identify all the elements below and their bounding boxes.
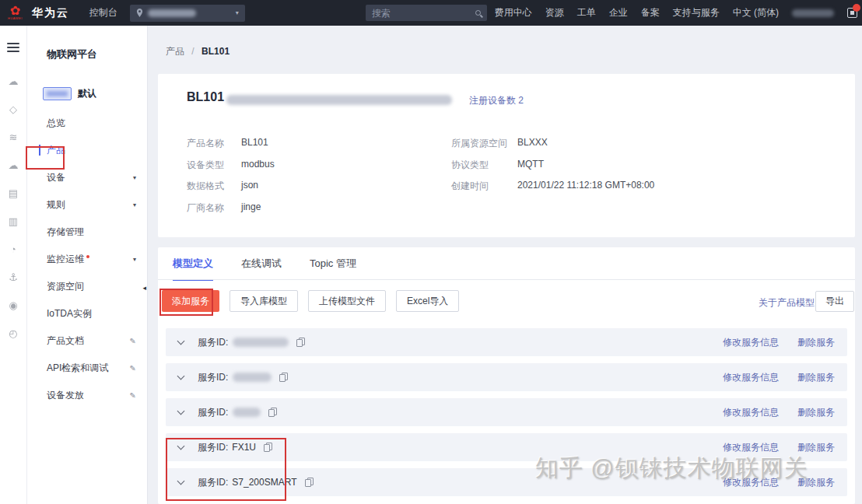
delete-service-link[interactable]: 删除服务 — [797, 336, 835, 349]
nav-billing[interactable]: 费用中心 — [495, 6, 532, 19]
instance-selector[interactable]: 默认 — [43, 87, 147, 100]
new-feature-dot — [86, 255, 89, 258]
sidebar-title: 物联网平台 — [47, 47, 147, 61]
copy-icon[interactable] — [296, 338, 305, 347]
about-product-model-link[interactable]: 关于产品模型 — [759, 296, 815, 310]
external-link-icon: ✎ — [130, 364, 136, 373]
nav-tickets[interactable]: 工单 — [577, 6, 596, 19]
export-button[interactable]: 导出 — [815, 291, 854, 312]
breadcrumb-separator: / — [191, 46, 194, 57]
huawei-cloud-logo[interactable]: ✿ HUAWEI 华为云 — [8, 5, 69, 20]
sidebar-item-monitoring[interactable]: 监控运维 ▾ — [27, 246, 147, 273]
upload-model-file-button[interactable]: 上传模型文件 — [308, 290, 386, 312]
nav-support[interactable]: 支持与服务 — [673, 6, 720, 19]
rail-anchor-icon[interactable]: ⚓ — [9, 271, 18, 283]
brand-name: 华为云 — [32, 6, 69, 20]
sidebar-item-products[interactable]: 产品 — [27, 137, 147, 164]
rail-compass-icon[interactable]: ◴ — [9, 327, 17, 339]
region-name-redacted — [148, 9, 196, 17]
copy-icon[interactable] — [305, 478, 314, 487]
sidebar-item-label: 设备 — [47, 171, 65, 184]
sidebar-collapse-icon[interactable]: ◂ — [142, 284, 146, 292]
rail-clock-icon[interactable]: ◔ — [10, 243, 16, 255]
field-value: json — [241, 180, 258, 191]
sidebar-item-label: 产品 — [47, 144, 65, 157]
field-label: 协议类型 — [451, 159, 489, 172]
service-id-value: S7_200SMART — [232, 477, 296, 488]
delete-service-link[interactable]: 删除服务 — [797, 441, 835, 454]
selected-indicator — [39, 145, 40, 156]
service-id-value: FX1U — [232, 442, 256, 453]
edit-service-link[interactable]: 修改服务信息 — [723, 406, 779, 419]
nav-language[interactable]: 中文 (简体) — [733, 6, 779, 19]
notification-badge — [853, 4, 860, 12]
console-link[interactable]: 控制台 — [89, 6, 117, 19]
rail-diamond-icon[interactable]: ◇ — [9, 103, 17, 115]
nav-resources[interactable]: 资源 — [545, 6, 564, 19]
tab-topic-management[interactable]: Topic 管理 — [310, 257, 356, 281]
instance-name: 默认 — [78, 87, 96, 100]
tab-online-debug[interactable]: 在线调试 — [241, 257, 282, 281]
delete-service-link[interactable]: 删除服务 — [797, 371, 835, 384]
service-id-label: 服务ID: — [198, 336, 228, 349]
rail-doc2-icon[interactable]: ▥ — [9, 215, 18, 227]
service-id-redacted — [233, 408, 261, 417]
sidebar: 物联网平台 默认 总览 产品 设备 ▾ 规则 ▾ 存储管理 — [27, 26, 148, 504]
sidebar-item-api-explorer[interactable]: API检索和调试 ✎ — [27, 355, 147, 382]
rail-wave-icon[interactable]: ≋ — [9, 131, 18, 143]
tab-bar: 模型定义 在线调试 Topic 管理 — [173, 257, 356, 281]
expand-chevron-icon[interactable] — [177, 337, 185, 345]
expand-chevron-icon[interactable] — [177, 372, 185, 380]
region-selector[interactable]: ▾ — [130, 5, 245, 22]
expand-chevron-icon[interactable] — [177, 442, 185, 450]
product-summary-card: BL101 注册设备数 2 产品名称 BL101 设备类型 modbus 数据格… — [158, 74, 855, 237]
breadcrumb-products[interactable]: 产品 — [166, 46, 184, 57]
sidebar-item-storage[interactable]: 存储管理 — [27, 219, 147, 246]
edit-service-link[interactable]: 修改服务信息 — [723, 336, 779, 349]
tab-model-definition[interactable]: 模型定义 — [173, 257, 213, 281]
rail-target-icon[interactable]: ◉ — [9, 299, 17, 311]
nav-enterprise[interactable]: 企业 — [609, 6, 628, 19]
copy-icon[interactable] — [279, 373, 288, 382]
copy-icon[interactable] — [268, 408, 277, 417]
sidebar-item-label: API检索和调试 — [47, 362, 108, 375]
expand-chevron-icon[interactable] — [177, 477, 185, 485]
location-pin-icon — [136, 9, 143, 17]
field-label: 数据格式 — [187, 180, 224, 193]
huawei-flower-icon: ✿ — [10, 5, 20, 16]
search-input[interactable] — [372, 8, 475, 19]
import-library-model-button[interactable]: 导入库模型 — [230, 290, 298, 312]
service-id-redacted — [233, 338, 289, 347]
rail-cloud-icon[interactable]: ☁ — [9, 75, 19, 87]
service-id-label: 服务ID: — [198, 371, 228, 384]
search-icon — [475, 10, 481, 16]
nav-icp[interactable]: 备案 — [641, 6, 660, 19]
global-search[interactable] — [366, 5, 487, 21]
breadcrumb-current: BL101 — [201, 46, 230, 57]
edit-service-link[interactable]: 修改服务信息 — [723, 371, 779, 384]
sidebar-item-iotda-instances[interactable]: IoTDA实例 — [27, 300, 147, 327]
sidebar-item-label: 设备发放 — [47, 389, 84, 402]
sidebar-item-docs[interactable]: 产品文档 ✎ — [27, 327, 147, 355]
menu-hamburger-icon[interactable] — [7, 43, 19, 52]
console-icon[interactable] — [847, 8, 857, 18]
rail-doc-icon[interactable]: ▤ — [9, 187, 18, 199]
rail-cloud2-icon[interactable]: ☁ — [9, 159, 19, 171]
registered-devices-link[interactable]: 注册设备数 2 — [469, 94, 524, 107]
add-service-button[interactable]: 添加服务 — [162, 290, 219, 312]
sidebar-item-label: 资源空间 — [47, 280, 84, 293]
copy-icon[interactable] — [264, 443, 272, 452]
delete-service-link[interactable]: 删除服务 — [797, 406, 835, 419]
excel-import-button[interactable]: Excel导入 — [396, 290, 459, 312]
username-redacted[interactable] — [792, 9, 834, 17]
expand-chevron-icon[interactable] — [177, 407, 185, 415]
icon-rail: ☁ ◇ ≋ ☁ ▤ ▥ ◔ ⚓ ◉ ◴ — [0, 26, 27, 504]
sidebar-item-device-provisioning[interactable]: 设备发放 ✎ — [27, 382, 147, 409]
sidebar-item-rules[interactable]: 规则 ▾ — [27, 191, 147, 219]
sidebar-item-overview[interactable]: 总览 — [27, 110, 147, 137]
sidebar-item-devices[interactable]: 设备 ▾ — [27, 164, 147, 191]
sidebar-item-resource-spaces[interactable]: 资源空间 — [27, 273, 147, 300]
chevron-down-icon: ▾ — [133, 201, 136, 208]
edit-service-link[interactable]: 修改服务信息 — [723, 441, 779, 454]
sidebar-item-label: 产品文档 — [47, 334, 84, 348]
